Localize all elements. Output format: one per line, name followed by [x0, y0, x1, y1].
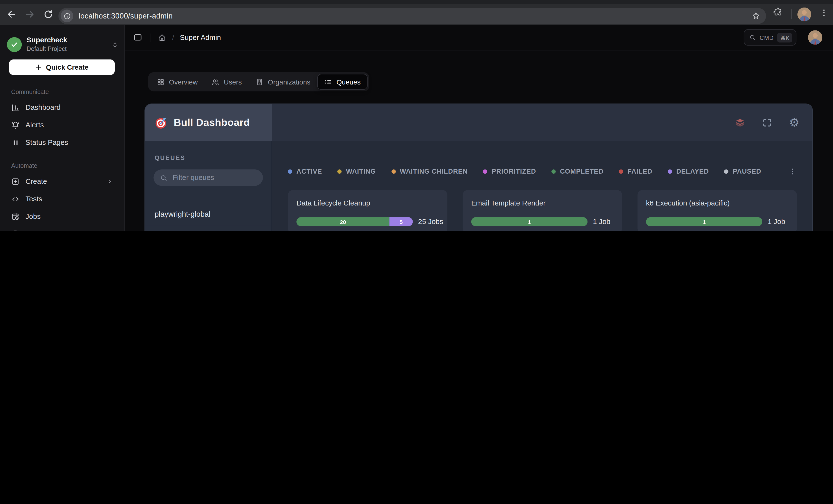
- square-plus-icon: [11, 177, 20, 186]
- user-avatar[interactable]: [808, 30, 822, 45]
- legend-item-prioritized[interactable]: PRIORITIZED: [483, 168, 536, 175]
- extensions-icon[interactable]: [773, 7, 783, 17]
- legend-label: ACTIVE: [296, 168, 322, 175]
- queues-sidebar: QUEUES playwright-globalk6-us-eastk6-eu-…: [145, 141, 272, 231]
- gear-icon[interactable]: ⚙: [789, 117, 800, 128]
- sidebar-item-dashboard[interactable]: Dashboard: [7, 99, 117, 116]
- chevron-right-icon: [106, 178, 113, 185]
- tab-label: Organizations: [268, 78, 311, 86]
- queue-card-title: Data Lifecycle Cleanup: [296, 199, 370, 207]
- bull-dashboard-panel: Bull Dashboard ⚙ QUEUES playwright-globa…: [145, 104, 812, 231]
- users-icon: [211, 78, 219, 86]
- window-edge: [0, 0, 833, 4]
- legend-more-icon[interactable]: [788, 167, 797, 176]
- redis-icon[interactable]: [735, 117, 745, 128]
- sidebar-item-runs[interactable]: Runs: [7, 225, 117, 231]
- job-status-bar: 1: [471, 217, 588, 226]
- bookmark-star-icon[interactable]: [750, 9, 762, 22]
- bar-segment-completed: 20: [296, 217, 389, 226]
- org-logo-check-icon: [7, 37, 22, 52]
- sidebar-item-alerts[interactable]: Alerts: [7, 116, 117, 134]
- status-dot: [668, 169, 672, 174]
- address-bar[interactable]: localhost:3000/super-admin: [58, 8, 766, 24]
- legend-item-active[interactable]: ACTIVE: [288, 168, 322, 175]
- sidebar-section: AutomateCreateTestsJobsRunsVariables: [7, 162, 117, 231]
- tab-label: Queues: [336, 78, 360, 86]
- target-icon: [154, 115, 169, 130]
- job-count-label: 1 Job: [593, 218, 610, 226]
- legend-item-delayed[interactable]: DELAYED: [668, 168, 709, 175]
- queue-filter-input[interactable]: [172, 173, 257, 182]
- queue-card-bar-row: 20525 Jobs: [296, 217, 441, 226]
- sidebar-item-label: Alerts: [26, 121, 44, 129]
- sidebar-section-label: Communicate: [7, 89, 117, 95]
- sidebar-nav: CommunicateDashboardAlertsStatus PagesAu…: [0, 80, 124, 231]
- sidebar: Supercheck Default Project Quick Create …: [0, 25, 125, 231]
- tab-queues[interactable]: Queues: [318, 74, 367, 89]
- sidebar-item-label: Tests: [26, 195, 42, 203]
- chrome-divider: [791, 9, 792, 19]
- search-label: CMD: [760, 34, 774, 41]
- chevrons-up-down-icon: [111, 41, 119, 49]
- status-dot: [724, 169, 729, 174]
- legend-label: PRIORITIZED: [492, 168, 536, 175]
- back-icon[interactable]: [6, 9, 17, 20]
- org-name: Supercheck: [27, 36, 106, 45]
- queue-card-title: k6 Execution (asia-pacific): [646, 199, 730, 207]
- legend-item-waiting-children[interactable]: WAITING CHILDREN: [391, 168, 468, 175]
- queue-card[interactable]: Data Lifecycle Cleanup20525 Jobs: [288, 190, 447, 231]
- queue-cards-grid: Data Lifecycle Cleanup20525 JobsEmail Te…: [288, 190, 797, 231]
- topbar: / Super Admin CMD ⌘K: [125, 25, 833, 51]
- legend-item-failed[interactable]: FAILED: [619, 168, 652, 175]
- home-icon[interactable]: [158, 33, 166, 42]
- status-dot: [551, 169, 555, 174]
- breadcrumb: Super Admin: [180, 33, 221, 41]
- queue-card-bar-row: 11 Job: [646, 217, 790, 226]
- sidebar-item-create[interactable]: Create: [7, 173, 117, 190]
- sidebar-section: CommunicateDashboardAlertsStatus Pages: [7, 89, 117, 151]
- status-dot: [483, 169, 487, 174]
- status-legend: ACTIVEWAITINGWAITING CHILDRENPRIORITIZED…: [288, 167, 797, 176]
- job-status-bar: 1: [646, 217, 762, 226]
- plus-icon: [35, 64, 42, 71]
- tab-users[interactable]: Users: [205, 74, 248, 89]
- sidebar-item-jobs[interactable]: Jobs: [7, 208, 117, 225]
- queue-filter[interactable]: [153, 169, 263, 186]
- reload-icon[interactable]: [43, 9, 54, 20]
- legend-label: COMPLETED: [560, 168, 603, 175]
- tab-organizations[interactable]: Organizations: [249, 74, 317, 89]
- command-search-button[interactable]: CMD ⌘K: [744, 29, 796, 46]
- url-text: localhost:3000/super-admin: [79, 12, 173, 20]
- queue-list-item[interactable]: playwright-global: [145, 202, 271, 226]
- queue-card[interactable]: k6 Execution (asia-pacific)11 Job: [637, 190, 797, 231]
- status-dot: [619, 169, 623, 174]
- legend-label: FAILED: [627, 168, 652, 175]
- sidebar-item-label: Dashboard: [26, 103, 61, 112]
- sidebar-item-status-pages[interactable]: Status Pages: [7, 134, 117, 151]
- site-info-icon[interactable]: [61, 9, 73, 22]
- browser-profile-avatar[interactable]: [798, 7, 811, 21]
- fullscreen-icon[interactable]: [762, 117, 772, 128]
- sidebar-item-label: Status Pages: [26, 139, 68, 147]
- bull-header: Bull Dashboard ⚙: [145, 104, 812, 141]
- bell-icon: [11, 121, 20, 129]
- rows-icon: [11, 138, 20, 147]
- legend-item-completed[interactable]: COMPLETED: [551, 168, 603, 175]
- tab-overview[interactable]: Overview: [150, 74, 204, 89]
- queue-card-bar-row: 11 Job: [471, 217, 616, 226]
- bull-header-brand: Bull Dashboard: [145, 104, 272, 141]
- forward-icon[interactable]: [24, 9, 35, 20]
- job-status-bar: 205: [296, 217, 413, 226]
- list-icon: [324, 78, 332, 86]
- quick-create-button[interactable]: Quick Create: [9, 59, 115, 75]
- legend-item-waiting[interactable]: WAITING: [338, 168, 376, 175]
- browser-menu-icon[interactable]: [819, 8, 829, 18]
- code-icon: [11, 195, 20, 203]
- sidebar-item-tests[interactable]: Tests: [7, 190, 117, 208]
- sidebar-toggle-icon[interactable]: [133, 33, 142, 42]
- queue-list-item[interactable]: k6-us-east: [145, 226, 271, 231]
- legend-item-paused[interactable]: PAUSED: [724, 168, 761, 175]
- org-switcher[interactable]: Supercheck Default Project: [7, 32, 120, 57]
- queue-card[interactable]: Email Template Render11 Job: [463, 190, 622, 231]
- queues-label: QUEUES: [154, 154, 271, 161]
